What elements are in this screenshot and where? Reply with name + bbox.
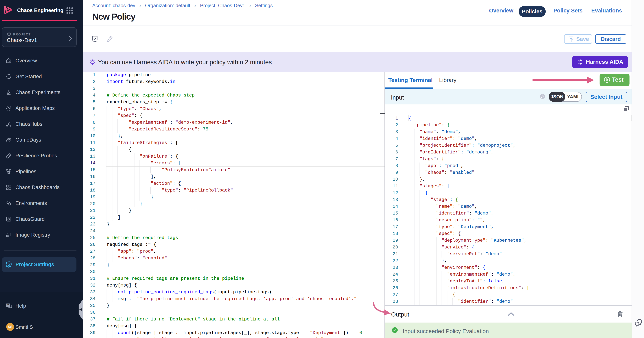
svg-text:?: ? [7, 303, 9, 306]
